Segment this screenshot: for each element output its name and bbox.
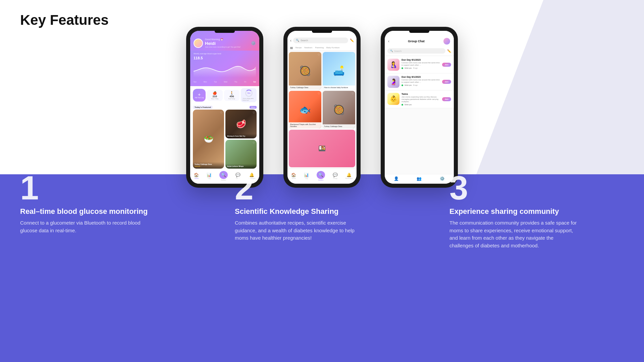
page-title: Key Features (20, 12, 109, 28)
back-icon[interactable]: ‹ (290, 38, 291, 43)
p1-chart-title: Weekly average blood sugar level (194, 53, 256, 55)
p3-admin-dot-1 (401, 67, 403, 69)
p1-card-2[interactable]: ♡ Shrimp & Corn Stir Fry (225, 110, 257, 138)
p3-chat-item-1[interactable]: 🤱 Due Day 6/1/2023 Connect with moms due… (385, 56, 454, 73)
p2-cell-label-4: Turkey Cabbage Stew (323, 124, 355, 128)
feature-title-2: Scientific Knowledge Sharing (235, 207, 409, 216)
p3-admin-text-1: Admin pos (405, 67, 412, 69)
phone-2-screen: ‹ 🔍 Search ✏️ All Recipe Newborn Parenti… (287, 31, 357, 184)
p1-day-thu: Thu (234, 81, 237, 83)
favorite-icon-3[interactable]: ♡ (253, 141, 255, 144)
tab-recipe[interactable]: Recipe (296, 47, 302, 49)
phone-2: ‹ 🔍 Search ✏️ All Recipe Newborn Parenti… (283, 27, 361, 188)
p3-chat-meta-3: Admin pos (401, 104, 440, 106)
p1-day-mon: Mon (204, 81, 207, 83)
p3-search-bar[interactable]: 🔍 Search (387, 48, 445, 54)
p3-chat-content-1: Due Day 6/1/2023 Connect with moms due a… (401, 59, 440, 69)
p1-name: Heidi (205, 41, 249, 46)
p2-cell-1[interactable]: 🥘 ♡ Turkey Cabbage Stew (289, 52, 321, 89)
p3-chat-meta-2: Admin pos 4h ago (401, 84, 440, 86)
favorite-icon-1[interactable]: ♡ (220, 111, 222, 114)
p2-search-text: Search (301, 39, 308, 42)
p1-day-tue: Tue (214, 81, 217, 83)
p1-card-1[interactable]: ♡ Turkey Cabbage Stew ★★★★☆ (193, 110, 224, 169)
p2-tabs: All Recipe Newborn Parenting Baby Furnit… (287, 45, 357, 51)
p3-chat-content-3: Twins Join moms expecting twins as they … (401, 93, 440, 106)
p1-day-sun: Sun (194, 81, 197, 83)
phone-3-screen: ‹ Group Chat 🔍 Search ✏️ (385, 31, 454, 184)
p2-cell-label-1: Turkey Cabbage Stew (289, 85, 321, 89)
p3-group-desc-1: Connect with moms due around the same ti… (401, 62, 440, 66)
add-log-button[interactable]: + Add Your Log (193, 89, 206, 102)
p1-featured-row: Today's Featured More (190, 104, 259, 110)
p2-cell-5[interactable]: 🍱 (289, 130, 355, 167)
p3-search-placeholder: Search (394, 50, 401, 52)
p2-heart-4[interactable]: ♡ (352, 92, 354, 95)
svg-point-0 (255, 67, 256, 69)
join-button-2[interactable]: Join (442, 80, 451, 84)
p3-topbar: ‹ Group Chat (385, 31, 454, 47)
feature-desc-2: Combines authoritative recipes, scientif… (235, 219, 362, 242)
p2-topbar: ‹ 🔍 Search ✏️ (287, 31, 357, 45)
phone-1: Good Morning ⏰ Heidi Just one more recor… (186, 27, 263, 188)
feature-number-1: 1 (20, 171, 195, 204)
p3-time-2: 4h ago (413, 84, 418, 86)
p3-admin-dot-3 (401, 104, 403, 106)
p3-thumb-1: 🤱 (387, 59, 399, 71)
p2-cell-4[interactable]: 🥘 ♡ Turkey Cabbage Stew (323, 91, 355, 128)
feature-title-3: Experience sharing community (449, 207, 624, 216)
p2-heart-1[interactable]: ♡ (318, 53, 320, 56)
p1-header: Good Morning ⏰ Heidi Just one more recor… (190, 31, 259, 51)
p3-thumb-3: 👶 (387, 93, 399, 105)
p3-chat-item-2[interactable]: 🤰 Due Day 8/1/2023 Connect with moms due… (385, 73, 454, 90)
feature-number-3: 3 (449, 171, 624, 204)
p2-cell-2[interactable]: 🛋️ ♡ How to choose baby furniture (323, 52, 355, 89)
p1-chart: Weekly average blood sugar level 118.5 (190, 51, 259, 86)
feature-col-3: 3 Experience sharing community The commu… (429, 164, 644, 249)
p1-good-morning: Good Morning ⏰ (205, 38, 249, 41)
feature-desc-3: The communication community provides a s… (449, 219, 577, 249)
feature-number-2: 2 (235, 171, 409, 204)
p1-card-2-title: Shrimp & Corn Stir Fry (227, 135, 255, 137)
p3-admin-text-3: Admin pos (405, 104, 412, 106)
dynamic-island-2 (312, 29, 332, 33)
p3-back-icon[interactable]: ‹ (388, 39, 389, 44)
join-button-1[interactable]: Join (442, 63, 451, 67)
p3-group-desc-3: Join moms expecting twins as they discus… (401, 96, 440, 103)
p1-day-wed: Wed (224, 81, 227, 83)
feature-numbers: 1 Real–time blood glucose monitoring Con… (0, 164, 644, 249)
p2-cell-3[interactable]: 🐟 ♡ Blackened Tilapia with Zucchini Nood… (289, 91, 321, 128)
food-img-5: 🍱 (289, 130, 355, 167)
more-button[interactable]: More (250, 106, 257, 109)
tab-parenting[interactable]: Parenting (315, 47, 324, 49)
join-button-3[interactable]: Join (442, 97, 451, 101)
favorite-icon-2[interactable]: ♡ (253, 111, 255, 114)
p3-chat-item-3[interactable]: 👶 Twins Join moms expecting twins as the… (385, 90, 454, 108)
phone-3: ‹ Group Chat 🔍 Search ✏️ (381, 27, 458, 188)
p1-day-sat: Sat (253, 81, 256, 83)
p1-stats: + Add Your Log 🍎 210 Steps Today 🚶 456 K… (190, 86, 259, 104)
p3-edit-icon[interactable]: ✏️ (447, 49, 451, 53)
feature-col-1: 1 Real–time blood glucose monitoring Con… (0, 164, 215, 249)
p3-chat-list: 🤱 Due Day 6/1/2023 Connect with moms due… (385, 55, 454, 174)
p1-calories-stat: 🚶 456 Kcal Today (224, 90, 240, 101)
p1-subtitle: Just one more recording to go! You got t… (205, 46, 249, 48)
p3-search-row: 🔍 Search ✏️ (385, 47, 454, 55)
p3-group-title-1: Due Day 6/1/2023 (401, 59, 440, 61)
p3-group-title-2: Due Day 8/1/2023 (401, 76, 440, 78)
dynamic-island-1 (215, 29, 235, 33)
glucose-chart (194, 61, 256, 78)
p3-thumb-2: 🤰 (387, 76, 399, 88)
gear-icon[interactable]: ⚙️ (251, 41, 256, 46)
edit-icon[interactable]: ✏️ (350, 39, 354, 42)
food-img-2: 🛋️ (323, 52, 355, 89)
p2-heart-2[interactable]: ♡ (352, 53, 354, 56)
tab-all[interactable]: All (290, 47, 293, 49)
p2-cell-label-2: How to choose baby furniture (323, 85, 355, 89)
p2-search-bar[interactable]: 🔍 Search (293, 38, 348, 43)
p2-heart-3[interactable]: ♡ (318, 92, 320, 95)
tab-baby-furniture[interactable]: Baby Furniture (326, 47, 339, 49)
tab-newborn[interactable]: Newborn (304, 47, 312, 49)
p1-day-fri: Fri (244, 81, 246, 83)
p1-recipe-cards: ♡ Turkey Cabbage Stew ★★★★☆ ♡ Shrimp & C… (190, 110, 259, 169)
